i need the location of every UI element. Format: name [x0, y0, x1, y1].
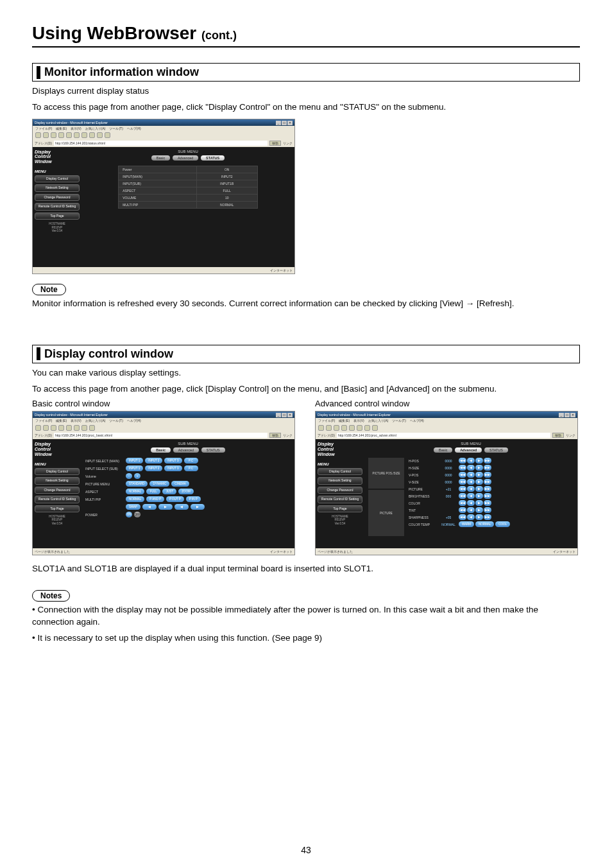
- step-back-icon[interactable]: ◀: [467, 507, 475, 513]
- step-fwd-icon[interactable]: ▶: [475, 514, 483, 520]
- step-back-icon[interactable]: ◀: [467, 458, 475, 464]
- ffwd-icon[interactable]: ▶▶: [484, 472, 491, 478]
- menu-edit[interactable]: 編集(E): [56, 419, 67, 423]
- rewind-icon[interactable]: ◀◀: [459, 465, 466, 471]
- search-icon[interactable]: [74, 425, 80, 431]
- dynamic-button[interactable]: DYNAMIC: [149, 481, 169, 487]
- go-button[interactable]: 移動: [269, 433, 281, 438]
- step-back-icon[interactable]: ◀: [467, 500, 475, 506]
- step-back-icon[interactable]: ◀: [467, 472, 475, 478]
- tab-basic[interactable]: Basic: [151, 447, 171, 453]
- ffwd-icon[interactable]: ▶▶: [484, 493, 491, 499]
- stop-icon[interactable]: [51, 425, 56, 431]
- minimize-icon[interactable]: _: [276, 413, 281, 417]
- cinema-button[interactable]: CINEMA: [171, 481, 189, 487]
- normal-button[interactable]: NORMAL: [126, 489, 144, 494]
- fav-icon[interactable]: [81, 425, 87, 431]
- rewind-icon[interactable]: ◀◀: [459, 486, 466, 492]
- input3-button[interactable]: INPUT 3: [164, 458, 182, 464]
- back-icon[interactable]: [318, 425, 324, 431]
- tab-status[interactable]: STATUS: [484, 447, 508, 453]
- option-button[interactable]: COOL: [495, 521, 510, 527]
- forward-icon[interactable]: [43, 132, 49, 138]
- pandp-button[interactable]: P AND P: [146, 496, 164, 502]
- tab-advanced[interactable]: Advanced: [173, 447, 199, 453]
- menu-edit[interactable]: 編集(E): [339, 419, 350, 423]
- menu-file[interactable]: ファイル(F): [35, 419, 52, 423]
- zoom-button[interactable]: ZOOM: [178, 489, 194, 494]
- minimize-icon[interactable]: _: [276, 121, 281, 125]
- menu-tools[interactable]: ツール(T): [109, 419, 123, 423]
- refresh-icon[interactable]: [58, 425, 64, 431]
- sidebar-item-network[interactable]: Network Setting: [35, 184, 80, 192]
- sidebar-item-network[interactable]: Network Setting: [318, 477, 362, 485]
- step-back-icon[interactable]: ◀: [467, 465, 475, 471]
- tab-basic[interactable]: Basic: [434, 447, 452, 453]
- menu-file[interactable]: ファイル(F): [318, 419, 335, 423]
- standard-button[interactable]: STANDARD: [126, 481, 148, 487]
- step-fwd-icon[interactable]: ▶: [475, 458, 483, 464]
- sidebar-item-remote[interactable]: Remote Control ID Setting: [35, 203, 80, 211]
- addr-input[interactable]: http://169.254.144.201/proc_advan.shtml: [337, 433, 550, 438]
- tab-advanced[interactable]: Advanced: [455, 447, 482, 453]
- sidebar-item-top[interactable]: Top Page: [35, 213, 80, 220]
- rewind-icon[interactable]: ◀◀: [459, 479, 466, 485]
- step-fwd-icon[interactable]: ▶: [475, 472, 483, 478]
- sidebar-item-display[interactable]: Display Control: [318, 468, 362, 476]
- menu-tools[interactable]: ツール(T): [109, 126, 123, 131]
- menu-view[interactable]: 表示(V): [71, 419, 81, 423]
- home-icon[interactable]: [66, 425, 72, 431]
- normal-button[interactable]: NORMAL: [126, 496, 144, 502]
- stop-icon[interactable]: [334, 425, 339, 431]
- step-back-icon[interactable]: ◀: [467, 479, 475, 485]
- rewind-icon[interactable]: ◀◀: [459, 493, 466, 499]
- option-button[interactable]: NORMAL: [475, 521, 494, 527]
- fav-icon[interactable]: [364, 425, 370, 431]
- links-label[interactable]: リンク: [283, 433, 293, 437]
- option-button[interactable]: WARM: [459, 521, 474, 527]
- sidebar-item-password[interactable]: Change Password: [35, 194, 80, 202]
- home-icon[interactable]: [66, 132, 72, 138]
- sidebar-item-remote[interactable]: Remote Control ID Setting: [318, 496, 362, 503]
- refresh-icon[interactable]: [58, 132, 64, 138]
- tab-basic[interactable]: Basic: [151, 155, 170, 161]
- input3-button[interactable]: INPUT 3: [164, 465, 182, 471]
- history-icon[interactable]: [372, 425, 378, 431]
- stop-icon[interactable]: [51, 132, 56, 138]
- tab-status[interactable]: STATUS: [201, 155, 225, 161]
- sidebar-item-display[interactable]: Display Control: [35, 468, 80, 476]
- rewind-icon[interactable]: ◀◀: [459, 514, 466, 520]
- poutp-button[interactable]: P OUT P: [166, 496, 184, 502]
- sidebar-item-password[interactable]: Change Password: [318, 487, 362, 494]
- menu-fav[interactable]: お気に入り(A): [85, 126, 106, 131]
- menu-edit[interactable]: 編集(E): [56, 126, 67, 131]
- input2-button[interactable]: INPUT 2: [145, 458, 162, 464]
- rewind-icon[interactable]: ◀◀: [459, 458, 466, 464]
- ffwd-icon[interactable]: ▶▶: [484, 514, 491, 520]
- minimize-icon[interactable]: _: [559, 413, 564, 417]
- maximize-icon[interactable]: □: [282, 413, 287, 417]
- menu-view[interactable]: 表示(V): [353, 419, 364, 423]
- links-label[interactable]: リンク: [566, 433, 575, 437]
- step-fwd-icon[interactable]: ▶: [475, 465, 483, 471]
- sidebar-item-top[interactable]: Top Page: [35, 505, 80, 513]
- vol-minus-button[interactable]: −: [126, 473, 132, 479]
- ffwd-icon[interactable]: ▶▶: [484, 500, 491, 506]
- step-fwd-icon[interactable]: ▶: [475, 493, 483, 499]
- full-button[interactable]: FULL: [146, 489, 160, 494]
- left-icon[interactable]: ◀: [174, 504, 189, 510]
- sidebar-item-remote[interactable]: Remote Control ID Setting: [35, 496, 80, 503]
- addr-input[interactable]: http://169.254.144.201/status.shtml: [54, 141, 268, 146]
- ffwd-icon[interactable]: ▶▶: [484, 465, 491, 471]
- ffwd-icon[interactable]: ▶▶: [484, 507, 491, 513]
- history-icon[interactable]: [89, 132, 95, 138]
- input2-button[interactable]: INPUT 2: [145, 465, 162, 471]
- ffwd-icon[interactable]: ▶▶: [484, 479, 491, 485]
- step-back-icon[interactable]: ◀: [467, 486, 475, 492]
- step-fwd-icon[interactable]: ▶: [475, 486, 483, 492]
- step-fwd-icon[interactable]: ▶: [475, 507, 483, 513]
- forward-icon[interactable]: [43, 425, 49, 431]
- rewind-icon[interactable]: ◀◀: [459, 507, 466, 513]
- close-icon[interactable]: ×: [287, 413, 293, 417]
- sidebar-item-password[interactable]: Change Password: [35, 487, 80, 494]
